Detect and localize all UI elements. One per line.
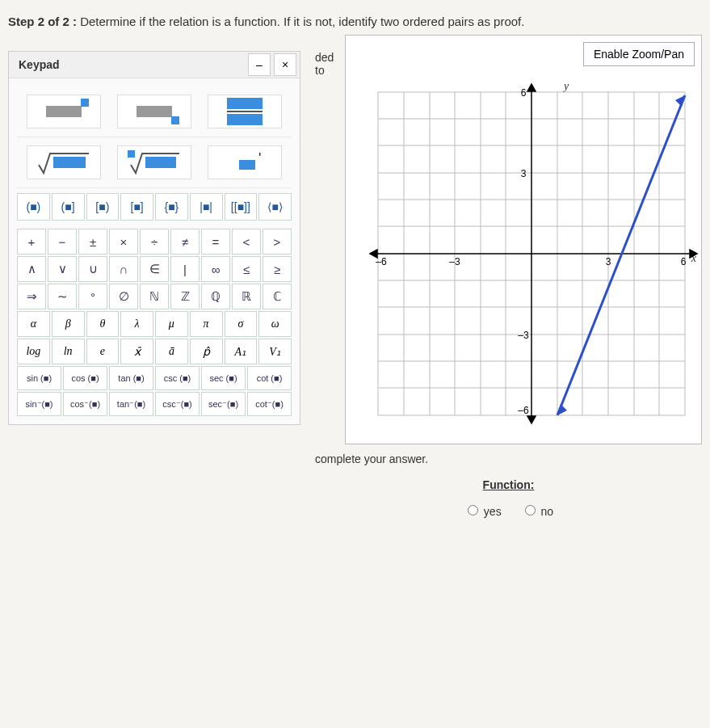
asec-button[interactable]: sec⁻(■) xyxy=(201,392,246,416)
close-button[interactable]: × xyxy=(274,53,296,76)
acos-button[interactable]: cos⁻(■) xyxy=(63,392,107,416)
misc-row: log ln e x̄ ā p̂ A₁ V₁ xyxy=(17,339,292,364)
cot-button[interactable]: cot (■) xyxy=(247,366,292,390)
tick-pos6x: 6 xyxy=(681,256,687,267)
xbar-button[interactable]: x̄ xyxy=(120,339,153,364)
leq-button[interactable]: ≤ xyxy=(232,256,261,282)
log-button[interactable]: log xyxy=(17,339,50,364)
intersect-button[interactable]: ∩ xyxy=(109,256,138,282)
plusminus-button[interactable]: ± xyxy=(78,229,107,255)
rationals-button[interactable]: ℚ xyxy=(201,284,230,309)
dbracket-button[interactable]: [[■]] xyxy=(225,193,258,221)
fraction-template[interactable] xyxy=(208,95,282,128)
paren-button[interactable]: (■) xyxy=(17,193,50,221)
nthroot-template[interactable] xyxy=(117,145,191,179)
csc-button[interactable]: csc (■) xyxy=(155,366,200,390)
mu-button[interactable]: μ xyxy=(155,311,188,337)
naturals-button[interactable]: ℕ xyxy=(140,284,169,309)
abar-button[interactable]: ā xyxy=(155,339,188,364)
atan-button[interactable]: tan⁻(■) xyxy=(109,392,153,416)
sqrt-icon xyxy=(36,149,92,176)
theta-button[interactable]: θ xyxy=(86,311,120,337)
tick-pos3y: 3 xyxy=(521,168,527,179)
tilde-button[interactable]: ∼ xyxy=(48,284,77,309)
enable-zoom-pan-button[interactable]: Enable Zoom/Pan xyxy=(583,42,695,66)
implies-button[interactable]: ⇒ xyxy=(17,284,46,309)
nthroot-icon xyxy=(126,149,183,176)
keypad-title: Keypad xyxy=(9,52,248,78)
geq-button[interactable]: ≥ xyxy=(263,256,292,282)
plus-button[interactable]: + xyxy=(17,229,46,255)
brkt-paren-button[interactable]: [■) xyxy=(86,193,120,221)
subscript-template[interactable] xyxy=(117,95,191,128)
bracket-row: (■) (■] [■) [■] {■} |■| [[■]] ⟨■⟩ xyxy=(17,188,292,225)
reals-button[interactable]: ℝ xyxy=(232,284,261,309)
cos-button[interactable]: cos (■) xyxy=(63,366,107,390)
yes-radio[interactable] xyxy=(468,505,478,515)
ln-button[interactable]: ln xyxy=(52,339,85,364)
svg-rect-30 xyxy=(239,160,255,170)
complex-button[interactable]: ℂ xyxy=(263,284,292,309)
degree-button[interactable]: ° xyxy=(78,284,107,309)
function-label: Function: xyxy=(315,478,702,491)
eq-button[interactable]: = xyxy=(201,229,230,255)
sqrt-template[interactable] xyxy=(27,145,101,179)
asub-button[interactable]: A₁ xyxy=(225,339,258,364)
element-button[interactable]: ∈ xyxy=(140,256,169,282)
yes-label: yes xyxy=(484,505,502,518)
pi-button[interactable]: π xyxy=(190,311,223,337)
emptyset-button[interactable]: ∅ xyxy=(109,284,138,309)
vsub-button[interactable]: V₁ xyxy=(258,339,292,364)
div-button[interactable]: ÷ xyxy=(140,229,169,255)
step-header: Step 2 of 2 : Determine if the relation … xyxy=(8,8,702,35)
sin-button[interactable]: sin (■) xyxy=(17,366,61,390)
no-radio[interactable] xyxy=(525,505,536,515)
tan-button[interactable]: tan (■) xyxy=(109,366,153,390)
acsc-button[interactable]: csc⁻(■) xyxy=(155,392,200,416)
tick-neg3x: –3 xyxy=(449,256,460,267)
lt-button[interactable]: < xyxy=(232,229,261,255)
prime-template[interactable]: ' xyxy=(208,145,282,179)
svg-rect-29 xyxy=(145,157,176,168)
tick-pos3x: 3 xyxy=(606,256,611,267)
gt-button[interactable]: > xyxy=(263,229,292,255)
symbol-grid-1: + − ± × ÷ ≠ = < > ∧ ∨ ∪ ∩ ∈ | ∞ ≤ ≥ ⇒ ∼ … xyxy=(17,229,292,309)
integers-button[interactable]: ℤ xyxy=(170,284,200,309)
tick-neg6y: –6 xyxy=(518,405,529,416)
bracket-button[interactable]: [■] xyxy=(120,193,153,221)
paren-brkt-button[interactable]: (■] xyxy=(52,193,85,221)
sigma-button[interactable]: σ xyxy=(225,311,258,337)
infinity-button[interactable]: ∞ xyxy=(201,256,230,282)
minus-button[interactable]: − xyxy=(48,229,77,255)
beta-button[interactable]: β xyxy=(52,311,85,337)
acot-button[interactable]: cot⁻(■) xyxy=(247,392,292,416)
pipe-button[interactable]: | xyxy=(170,256,200,282)
minimize-button[interactable]: – xyxy=(248,53,271,76)
trig-row-2: sin⁻(■) cos⁻(■) tan⁻(■) csc⁻(■) sec⁻(■) … xyxy=(17,392,292,416)
union-button[interactable]: ∪ xyxy=(78,256,107,282)
greek-row: α β θ λ μ π σ ω xyxy=(17,311,292,337)
graph-plot[interactable]: –6 –3 3 6 6 3 –3 –6 xyxy=(362,76,701,431)
times-button[interactable]: × xyxy=(109,229,138,255)
brace-button[interactable]: {■} xyxy=(155,193,188,221)
svg-rect-28 xyxy=(128,150,135,158)
neq-button[interactable]: ≠ xyxy=(170,229,200,255)
superscript-template[interactable] xyxy=(27,95,101,128)
or-button[interactable]: ∨ xyxy=(48,256,77,282)
sec-button[interactable]: sec (■) xyxy=(201,366,246,390)
abs-button[interactable]: |■| xyxy=(190,193,223,221)
and-button[interactable]: ∧ xyxy=(17,256,46,282)
template-row-2: ' xyxy=(17,137,292,188)
omega-button[interactable]: ω xyxy=(258,311,292,337)
yes-option[interactable]: yes xyxy=(464,505,502,518)
asin-button[interactable]: sin⁻(■) xyxy=(17,392,61,416)
phat-button[interactable]: p̂ xyxy=(190,339,223,364)
e-button[interactable]: e xyxy=(86,339,120,364)
svg-marker-26 xyxy=(527,416,536,423)
step-text: Determine if the relation is a function.… xyxy=(80,15,524,28)
lambda-button[interactable]: λ xyxy=(120,311,153,337)
svg-marker-25 xyxy=(527,84,536,91)
no-option[interactable]: no xyxy=(521,505,553,518)
alpha-button[interactable]: α xyxy=(17,311,50,337)
angle-button[interactable]: ⟨■⟩ xyxy=(258,193,292,221)
